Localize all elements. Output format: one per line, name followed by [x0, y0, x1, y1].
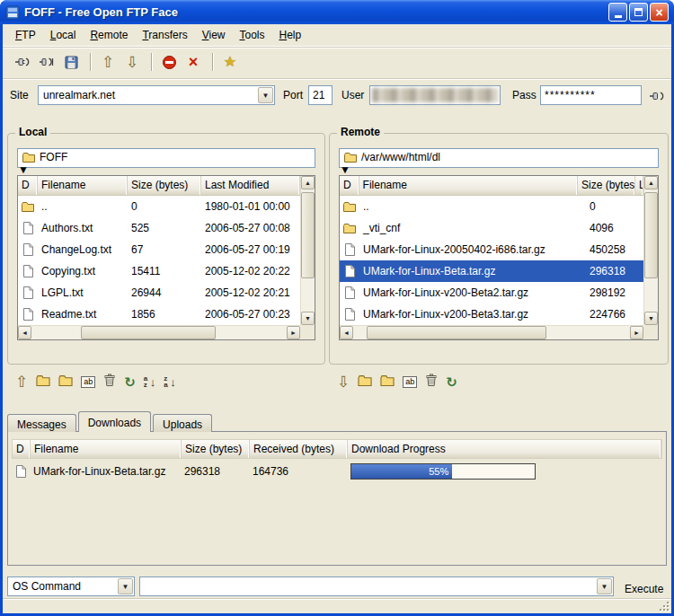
vertical-scrollbar[interactable]: ▲ ▼ — [643, 176, 658, 325]
sort-desc-icon[interactable]: za↓ — [164, 375, 176, 388]
menu-local[interactable]: Local — [43, 26, 84, 44]
folder-icon — [340, 201, 359, 212]
column-header-filename[interactable]: Filename — [38, 176, 128, 195]
resize-grip[interactable] — [657, 599, 671, 613]
minimize-button[interactable] — [608, 3, 627, 22]
download-row[interactable]: UMark-for-Linux-Beta.tar.gz 296318 16473… — [12, 460, 662, 483]
refresh-icon[interactable]: ↻ — [446, 375, 457, 389]
download-arrow-icon[interactable]: ⇩ — [337, 374, 350, 390]
connect-icon[interactable] — [12, 51, 33, 73]
scroll-right-icon[interactable]: ► — [630, 326, 643, 339]
menu-remote[interactable]: Remote — [83, 26, 135, 44]
upload-arrow-icon[interactable]: ⇧ — [15, 374, 28, 390]
site-combo[interactable]: unrealmark.net ▼ — [38, 85, 275, 105]
port-input[interactable] — [308, 85, 333, 105]
column-header-modified[interactable]: L — [635, 176, 643, 195]
scroll-down-icon[interactable]: ▼ — [644, 312, 658, 325]
column-header-size[interactable]: Size (bytes) — [128, 176, 201, 195]
new-folder-icon[interactable] — [380, 374, 395, 389]
file-row[interactable]: _vti_cnf 4096 — [340, 217, 643, 239]
titlebar[interactable]: FOFF - Free Open FTP Face × — [0, 0, 674, 24]
close-button[interactable]: × — [650, 3, 669, 22]
scroll-up-icon[interactable]: ▲ — [301, 176, 315, 189]
sort-asc-icon[interactable]: az↓ — [144, 375, 156, 388]
stop-icon[interactable] — [158, 51, 180, 73]
favorites-icon[interactable]: ★ — [219, 51, 241, 73]
app-window: FOFF - Free Open FTP Face × FTP Local Re… — [0, 0, 674, 616]
column-header-d[interactable]: D — [18, 176, 38, 195]
maximize-button[interactable] — [629, 3, 648, 22]
column-header-d[interactable]: D — [13, 440, 31, 458]
column-header-filename[interactable]: Filename — [359, 176, 578, 195]
chevron-down-icon[interactable]: ▼ — [18, 163, 29, 176]
column-header-progress[interactable]: Download Progress — [348, 440, 661, 458]
file-row[interactable]: .. 0 — [340, 196, 643, 217]
scroll-right-icon[interactable]: ► — [287, 326, 300, 339]
chevron-down-icon[interactable]: ▼ — [118, 578, 133, 594]
file-row[interactable]: UMark-for-Linux-v200-Beta3.tar.gz 224766 — [340, 304, 643, 325]
user-input[interactable] — [369, 85, 501, 105]
file-row[interactable]: UMark-for-Linux-v200-Beta2.tar.gz 298192 — [340, 282, 643, 304]
menu-view[interactable]: View — [195, 26, 233, 44]
command-type-combo[interactable]: OS Command ▼ — [7, 576, 135, 596]
file-row[interactable]: UMark-for-Linux-20050402-i686.tar.gz 450… — [340, 239, 643, 260]
chevron-down-icon[interactable]: ▼ — [258, 87, 273, 103]
file-row[interactable]: ChangeLog.txt 67 2006-05-27 00:19 — [18, 239, 300, 260]
disconnect-icon[interactable] — [36, 51, 58, 73]
rename-icon[interactable]: ab — [403, 376, 417, 388]
column-header-size[interactable]: Size (bytes) — [578, 176, 635, 195]
delete-icon[interactable] — [103, 374, 116, 390]
app-icon[interactable] — [5, 5, 20, 20]
open-folder-icon[interactable] — [358, 374, 372, 389]
tab-downloads[interactable]: Downloads — [78, 411, 151, 432]
column-header-d[interactable]: D — [340, 176, 359, 195]
file-row[interactable]: .. 0 1980-01-01 00:00 — [18, 196, 300, 217]
rename-icon[interactable]: ab — [81, 376, 95, 388]
chevron-down-icon[interactable]: ▼ — [597, 578, 612, 594]
pass-input[interactable] — [540, 85, 642, 105]
file-row[interactable]: Copying.txt 15411 2005-12-02 20:22 — [18, 260, 300, 282]
refresh-icon[interactable]: ↻ — [124, 375, 136, 389]
quick-connect-icon[interactable] — [646, 85, 668, 107]
menu-help[interactable]: Help — [272, 26, 309, 44]
scrollbar-thumb[interactable] — [644, 192, 658, 278]
menu-transfers[interactable]: Transfers — [135, 26, 194, 44]
column-header-filename[interactable]: Filename — [31, 440, 182, 458]
scroll-left-icon[interactable]: ◄ — [18, 326, 31, 339]
window-title: FOFF - Free Open FTP Face — [24, 5, 604, 19]
close-icon: × — [655, 6, 662, 19]
chevron-down-icon[interactable]: ▼ — [340, 163, 350, 176]
execute-button[interactable]: Execute — [625, 583, 663, 595]
tab-messages[interactable]: Messages — [7, 414, 76, 432]
scrollbar-thumb[interactable] — [301, 192, 315, 278]
remote-path-combo[interactable]: /var/www/html/dl ▼ — [339, 148, 659, 168]
filename-cell: _vti_cnf — [359, 222, 586, 234]
column-header-size[interactable]: Size (bytes) — [182, 440, 250, 458]
menu-tools[interactable]: Tools — [232, 26, 271, 44]
file-row[interactable]: Readme.txt 1856 2006-05-27 00:23 — [18, 304, 300, 325]
vertical-scrollbar[interactable]: ▲ ▼ — [300, 176, 315, 325]
scroll-down-icon[interactable]: ▼ — [301, 312, 315, 325]
scrollbar-thumb[interactable] — [367, 326, 546, 339]
file-row[interactable]: LGPL.txt 26944 2005-12-02 20:21 — [18, 282, 300, 304]
tab-uploads[interactable]: Uploads — [153, 414, 212, 432]
column-header-received[interactable]: Received (bytes) — [250, 440, 348, 458]
abort-icon[interactable]: × — [182, 51, 204, 73]
scroll-left-icon[interactable]: ◄ — [340, 326, 353, 339]
scrollbar-thumb[interactable] — [81, 326, 216, 339]
menu-ftp[interactable]: FTP — [8, 26, 43, 44]
local-path-combo[interactable]: FOFF ▼ — [17, 148, 315, 168]
file-row-selected[interactable]: UMark-for-Linux-Beta.tar.gz 296318 — [340, 260, 643, 282]
horizontal-scrollbar[interactable]: ◄ ► — [18, 325, 300, 339]
delete-icon[interactable] — [425, 374, 438, 390]
upload-arrow-icon[interactable]: ⇧ — [97, 51, 119, 73]
open-folder-icon[interactable] — [36, 374, 50, 389]
save-icon[interactable] — [60, 51, 82, 73]
horizontal-scrollbar[interactable]: ◄ ► — [340, 325, 643, 339]
file-row[interactable]: Authors.txt 525 2006-05-27 00:08 — [18, 217, 300, 239]
download-arrow-icon[interactable]: ⇩ — [121, 51, 143, 73]
command-input-combo[interactable]: ▼ — [139, 576, 614, 596]
new-folder-icon[interactable] — [58, 374, 73, 389]
scroll-up-icon[interactable]: ▲ — [644, 176, 658, 189]
column-header-modified[interactable]: Last Modified — [201, 176, 300, 195]
